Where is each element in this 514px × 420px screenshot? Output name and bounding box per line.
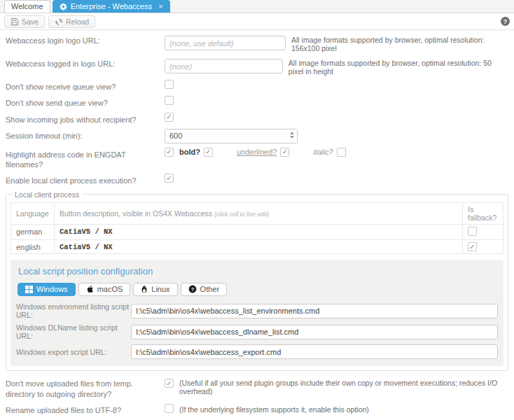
row-enable-local-client: Enable local client process execution? (6, 174, 508, 186)
row-dlname-script: Windows DLName listing script URL: (16, 323, 498, 340)
fallback-checkbox[interactable] (468, 242, 477, 251)
tab-enterprise-label: Enterprise - Webaccess (71, 2, 153, 10)
local-script-panel: Local script position configuration Wind… (11, 260, 503, 366)
session-timeout-spinner[interactable] (290, 132, 294, 139)
row-incoming-no-recipient: Show incoming jobs without recipient? (6, 113, 508, 125)
env-script-label: Windows environment listing script URL: (16, 302, 131, 319)
incoming-no-recipient-checkbox[interactable] (165, 113, 174, 122)
highlight-engdat-checkbox[interactable] (165, 148, 174, 157)
no-receive-queue-checkbox[interactable] (165, 80, 174, 89)
tab-linux[interactable]: Linux (133, 283, 177, 296)
local-client-process-legend: Local client process (12, 190, 82, 199)
enable-local-client-label: Enable local client process execution? (6, 174, 165, 186)
save-button[interactable]: Save (4, 15, 45, 28)
language-cell: german (11, 224, 55, 239)
column-header-fallback: Is fallback? (463, 202, 503, 224)
question-circle-icon: ? (188, 285, 197, 293)
description-cell[interactable]: CatiaV5 / NX (55, 224, 463, 239)
fallback-checkbox[interactable] (468, 227, 477, 236)
toolbar: Save Reload ? (0, 13, 514, 30)
column-header-description: Button description, visible in OS4X Weba… (55, 202, 463, 224)
login-logo-input[interactable] (165, 36, 286, 50)
tab-other[interactable]: ? Other (181, 283, 228, 296)
reload-label: Reload (66, 18, 89, 26)
app-window: Welcome Enterprise - Webaccess × Save Re… (0, 0, 514, 420)
tab-enterprise-webaccess[interactable]: Enterprise - Webaccess × (53, 0, 170, 13)
dont-move-note: (Useful if all your send plugin groups i… (179, 377, 508, 396)
session-timeout-label: Session timeout (min): (6, 129, 165, 141)
bold-option-label: bold? (179, 148, 200, 156)
local-client-process-fieldset: Local client process Language Button des… (6, 190, 508, 372)
row-loggedin-logo: Webaccess logged in logo URL: All image … (6, 57, 508, 76)
windows-icon (25, 286, 33, 293)
tab-macos[interactable]: macOS (78, 283, 131, 296)
spinner-up-icon[interactable] (290, 132, 294, 134)
reload-button[interactable]: Reload (48, 15, 95, 28)
login-logo-note: All image formats supported by browser, … (291, 34, 508, 52)
settings-form: Webaccess login logo URL: All image form… (0, 30, 514, 420)
svg-text:?: ? (190, 286, 194, 293)
row-dont-move: Don't move uploaded files from temp. dir… (6, 377, 508, 399)
incoming-no-recipient-label: Show incoming jobs without recipient? (6, 113, 165, 125)
row-highlight-engdat: Highlight address code in ENGDAT filenam… (6, 148, 508, 170)
linux-penguin-icon (141, 285, 148, 293)
export-script-input[interactable] (131, 344, 498, 359)
live-edit-hint: (click cell to live-edit) (214, 211, 269, 218)
underlined-option-label: underlined? (237, 148, 277, 156)
row-export-script: Windows export script URL: (16, 344, 498, 359)
table-row: english CatiaV5 / NX (11, 239, 503, 254)
rename-utf8-label: Rename uploaded files to UTF-8? (6, 403, 165, 415)
enable-local-client-checkbox[interactable] (165, 174, 174, 183)
apple-icon (86, 285, 94, 293)
column-header-language: Language (11, 202, 55, 224)
rename-utf8-note: (If the underlying filesystem supports i… (179, 403, 369, 414)
tab-welcome-label: Welcome (11, 2, 43, 10)
local-script-panel-title: Local script position configuration (18, 266, 498, 276)
row-session-timeout: Session timeout (min): (6, 129, 508, 144)
local-client-table: Language Button description, visible in … (11, 202, 503, 255)
session-timeout-input[interactable] (165, 129, 298, 144)
loggedin-logo-input[interactable] (165, 59, 283, 74)
loggedin-logo-label: Webaccess logged in logo URL: (6, 57, 165, 69)
env-script-input[interactable] (131, 304, 498, 318)
spinner-down-icon[interactable] (290, 136, 294, 139)
dont-move-label: Don't move uploaded files from temp. dir… (6, 377, 165, 399)
help-icon[interactable]: ? (501, 17, 510, 26)
dlname-script-label: Windows DLName listing script URL: (16, 323, 131, 340)
no-send-queue-label: Don't show send queue view? (6, 96, 165, 108)
reload-icon (55, 18, 63, 26)
dlname-script-input[interactable] (131, 325, 498, 340)
italic-option-label: italic? (313, 148, 333, 156)
tab-windows[interactable]: Windows (18, 283, 76, 296)
login-logo-label: Webaccess login logo URL: (6, 34, 165, 46)
underlined-checkbox[interactable] (280, 148, 289, 157)
tab-bar: Welcome Enterprise - Webaccess × (0, 0, 514, 13)
no-send-queue-checkbox[interactable] (165, 96, 174, 105)
language-cell: english (11, 239, 55, 254)
save-label: Save (22, 18, 39, 26)
dont-move-checkbox[interactable] (165, 379, 174, 388)
tab-welcome[interactable]: Welcome (4, 0, 50, 13)
no-receive-queue-label: Don't show receive queue view? (6, 80, 165, 92)
description-cell[interactable]: CatiaV5 / NX (55, 239, 463, 254)
row-login-logo: Webaccess login logo URL: All image form… (6, 34, 508, 52)
row-no-receive-queue: Don't show receive queue view? (6, 80, 508, 92)
export-script-label: Windows export script URL: (16, 348, 131, 356)
highlight-engdat-label: Highlight address code in ENGDAT filenam… (6, 148, 165, 170)
loggedin-logo-note: All image formats supported by browser, … (289, 57, 508, 76)
row-no-send-queue: Don't show send queue view? (6, 96, 508, 108)
table-row: german CatiaV5 / NX (11, 224, 503, 239)
gear-icon (60, 3, 67, 10)
rename-utf8-checkbox[interactable] (165, 404, 174, 413)
italic-checkbox[interactable] (337, 148, 346, 157)
row-rename-utf8: Rename uploaded files to UTF-8? (If the … (6, 403, 508, 415)
row-env-script: Windows environment listing script URL: (16, 302, 498, 319)
save-icon (11, 18, 19, 26)
close-icon[interactable]: × (158, 3, 162, 10)
os-tabs: Windows macOS Linux (18, 283, 498, 296)
bold-checkbox[interactable] (204, 148, 213, 157)
